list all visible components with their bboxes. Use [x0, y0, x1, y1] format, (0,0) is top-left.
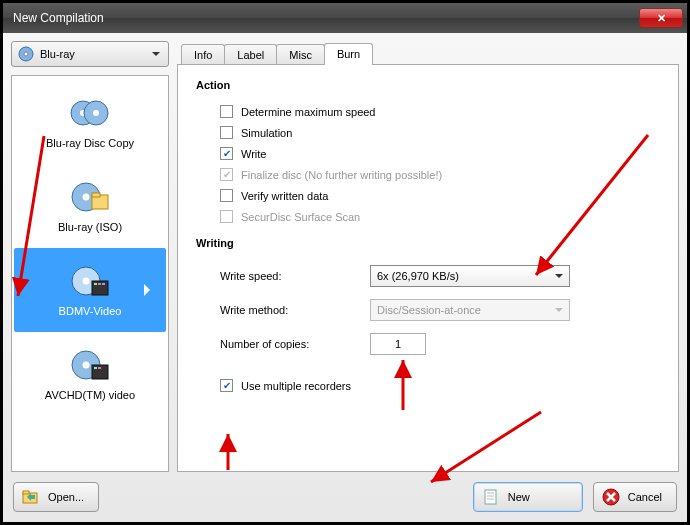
new-button[interactable]: New	[473, 482, 583, 512]
checkbox-verify[interactable]: Verify written data	[196, 185, 660, 206]
svg-point-7	[83, 194, 90, 201]
disc-copy-icon	[68, 95, 112, 131]
copies-input[interactable]	[370, 333, 426, 355]
disc-icon	[18, 46, 34, 62]
window-title: New Compilation	[7, 11, 639, 25]
svg-rect-13	[94, 283, 97, 285]
checkbox-icon: ✔	[220, 379, 233, 392]
compilation-type-select[interactable]: Blu-ray	[11, 41, 169, 67]
svg-point-11	[83, 278, 90, 285]
svg-rect-20	[98, 367, 101, 369]
sidebar-item-label: Blu-ray Disc Copy	[46, 137, 134, 149]
tabs: Info Label Misc Burn	[177, 41, 679, 65]
dialog-footer: Open... New Cancel	[11, 472, 679, 514]
writing-heading: Writing	[196, 237, 660, 249]
client-area: Blu-ray Blu-ray Disc Copy Blu-ray (ISO)	[3, 33, 687, 522]
checkbox-icon	[220, 126, 233, 139]
sidebar-item-label: Blu-ray (ISO)	[58, 221, 122, 233]
svg-rect-14	[98, 283, 101, 285]
svg-rect-15	[102, 283, 105, 285]
checkbox-icon	[220, 189, 233, 202]
checkbox-icon: ✔	[220, 147, 233, 160]
checkbox-write[interactable]: ✔Write	[196, 143, 660, 164]
sidebar: Blu-ray Disc Copy Blu-ray (ISO) BDMV-Vid…	[11, 75, 169, 472]
tab-label[interactable]: Label	[224, 44, 277, 65]
disc-avchd-icon	[68, 347, 112, 383]
disc-video-icon	[68, 263, 112, 299]
svg-rect-26	[23, 491, 29, 494]
checkbox-multiple-recorders[interactable]: ✔Use multiple recorders	[196, 375, 660, 396]
cancel-button[interactable]: Cancel	[593, 482, 677, 512]
write-method-select: Disc/Session-at-once	[370, 299, 570, 321]
sidebar-item-iso[interactable]: Blu-ray (ISO)	[14, 164, 166, 248]
titlebar[interactable]: New Compilation ✕	[3, 3, 687, 33]
open-button[interactable]: Open...	[13, 482, 99, 512]
sidebar-item-label: BDMV-Video	[59, 305, 122, 317]
svg-point-5	[93, 110, 99, 116]
checkbox-determine-speed[interactable]: Determine maximum speed	[196, 101, 660, 122]
checkbox-icon	[220, 210, 233, 223]
svg-point-17	[83, 362, 90, 369]
cancel-icon	[602, 488, 620, 506]
copies-label: Number of copies:	[220, 338, 370, 350]
checkbox-icon: ✔	[220, 168, 233, 181]
svg-rect-27	[485, 490, 496, 504]
checkbox-simulation[interactable]: Simulation	[196, 122, 660, 143]
checkbox-finalize: ✔Finalize disc (No further writing possi…	[196, 164, 660, 185]
svg-point-1	[24, 52, 28, 56]
write-speed-select[interactable]: 6x (26,970 KB/s)	[370, 265, 570, 287]
annotation-arrow	[213, 430, 243, 472]
checkbox-securdisc: SecurDisc Surface Scan	[196, 206, 660, 227]
type-select-label: Blu-ray	[40, 48, 75, 60]
write-method-label: Write method:	[220, 304, 370, 316]
tab-info[interactable]: Info	[181, 44, 225, 65]
close-button[interactable]: ✕	[639, 8, 683, 28]
svg-rect-9	[92, 193, 100, 197]
checkbox-icon	[220, 105, 233, 118]
sidebar-item-avchd[interactable]: AVCHD(TM) video	[14, 332, 166, 416]
sidebar-item-bdmv-video[interactable]: BDMV-Video	[14, 248, 166, 332]
new-compilation-window: New Compilation ✕ Blu-ray Bl	[2, 2, 688, 523]
action-heading: Action	[196, 79, 660, 91]
sidebar-item-disc-copy[interactable]: Blu-ray Disc Copy	[14, 80, 166, 164]
tab-misc[interactable]: Misc	[276, 44, 325, 65]
folder-open-icon	[22, 488, 40, 506]
burn-panel: Action Determine maximum speed Simulatio…	[177, 64, 679, 472]
svg-rect-19	[94, 367, 97, 369]
sidebar-item-label: AVCHD(TM) video	[45, 389, 135, 401]
tab-burn[interactable]: Burn	[324, 43, 373, 65]
document-new-icon	[482, 488, 500, 506]
disc-iso-icon	[68, 179, 112, 215]
write-speed-label: Write speed:	[220, 270, 370, 282]
close-icon: ✕	[657, 12, 666, 25]
